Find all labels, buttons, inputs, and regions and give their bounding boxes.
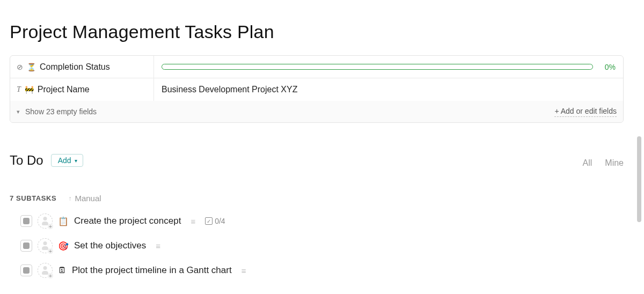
assignee-avatar[interactable]: + bbox=[38, 238, 53, 253]
scrollbar[interactable] bbox=[635, 0, 643, 294]
add-button[interactable]: Add ▾ bbox=[51, 154, 83, 167]
task-list: + 📋 Create the project concept ≡ ✓ 0/4 +… bbox=[10, 214, 624, 278]
check-square-icon: ✓ bbox=[205, 217, 213, 225]
subtask-count-text: 0/4 bbox=[215, 217, 225, 225]
add-button-label: Add bbox=[58, 156, 71, 165]
task-name: Create the project concept bbox=[74, 216, 181, 226]
progress-bar bbox=[162, 64, 593, 70]
link-icon: ⊘ bbox=[17, 63, 23, 71]
description-icon: ≡ bbox=[156, 241, 160, 251]
todo-title: To Do bbox=[10, 153, 43, 168]
subtasks-meta: 7 SUBTASKS ↑ Manual bbox=[10, 194, 624, 203]
project-name-value[interactable]: Business Development Project XYZ bbox=[154, 85, 623, 94]
plus-icon: + bbox=[47, 223, 54, 230]
completion-status-value[interactable]: 0% bbox=[154, 63, 623, 71]
task-checkbox[interactable] bbox=[20, 264, 32, 276]
task-row[interactable]: + 📋 Create the project concept ≡ ✓ 0/4 bbox=[10, 214, 624, 229]
calendar-icon: 🗓 bbox=[58, 266, 67, 275]
construction-icon: 🚧 bbox=[25, 85, 34, 94]
field-row-project-name: T 🚧 Project Name Business Development Pr… bbox=[10, 78, 623, 101]
checkbox-fill bbox=[23, 267, 30, 274]
sort-manual[interactable]: ↑ Manual bbox=[68, 194, 101, 203]
target-icon: 🎯 bbox=[58, 241, 69, 251]
filter-all[interactable]: All bbox=[583, 158, 592, 168]
hourglass-icon: ⏳ bbox=[27, 63, 36, 71]
field-label-cell: ⊘ ⏳ Completion Status bbox=[10, 56, 154, 78]
task-row[interactable]: + 🗓 Plot the project timeline in a Gantt… bbox=[10, 263, 624, 278]
project-name-text: Business Development Project XYZ bbox=[162, 85, 297, 94]
task-name: Set the objectives bbox=[74, 240, 146, 251]
plus-icon: + bbox=[47, 248, 54, 254]
assignee-avatar[interactable]: + bbox=[38, 214, 53, 229]
todo-header: To Do Add ▾ All Mine bbox=[10, 153, 624, 168]
page-title: Project Management Tasks Plan bbox=[10, 21, 624, 42]
show-empty-label: Show 23 empty fields bbox=[25, 107, 97, 116]
fields-table: ⊘ ⏳ Completion Status 0% T 🚧 Project Nam… bbox=[10, 55, 624, 123]
field-label-cell: T 🚧 Project Name bbox=[10, 78, 154, 101]
completion-status-label: Completion Status bbox=[40, 62, 110, 72]
description-icon: ≡ bbox=[241, 266, 246, 275]
subtask-count[interactable]: ✓ 0/4 bbox=[205, 217, 225, 225]
plus-icon: + bbox=[47, 273, 54, 279]
sort-label: Manual bbox=[75, 194, 101, 203]
chevron-down-icon: ▾ bbox=[75, 158, 77, 164]
assignee-avatar[interactable]: + bbox=[38, 263, 53, 278]
task-checkbox[interactable] bbox=[20, 215, 32, 227]
task-checkbox[interactable] bbox=[20, 240, 32, 252]
subtasks-count: 7 SUBTASKS bbox=[10, 194, 56, 202]
fields-footer: ▾ Show 23 empty fields + Add or edit fie… bbox=[10, 101, 623, 122]
field-row-completion-status: ⊘ ⏳ Completion Status 0% bbox=[10, 56, 623, 78]
project-name-label: Project Name bbox=[38, 85, 90, 94]
filter-mine[interactable]: Mine bbox=[605, 158, 624, 168]
task-name: Plot the project timeline in a Gantt cha… bbox=[72, 265, 232, 276]
description-icon: ≡ bbox=[191, 217, 195, 226]
text-type-icon: T bbox=[17, 85, 21, 94]
task-row[interactable]: + 🎯 Set the objectives ≡ bbox=[10, 238, 624, 253]
clipboard-icon: 📋 bbox=[58, 216, 69, 226]
arrow-up-icon: ↑ bbox=[68, 195, 71, 202]
scrollbar-thumb[interactable] bbox=[637, 136, 641, 222]
show-empty-fields[interactable]: ▾ Show 23 empty fields bbox=[17, 107, 97, 116]
add-edit-fields[interactable]: + Add or edit fields bbox=[554, 107, 617, 117]
chevron-down-icon: ▾ bbox=[17, 108, 20, 115]
todo-filters: All Mine bbox=[583, 158, 624, 168]
progress-percent: 0% bbox=[599, 63, 616, 71]
checkbox-fill bbox=[23, 242, 30, 249]
checkbox-fill bbox=[23, 218, 30, 224]
